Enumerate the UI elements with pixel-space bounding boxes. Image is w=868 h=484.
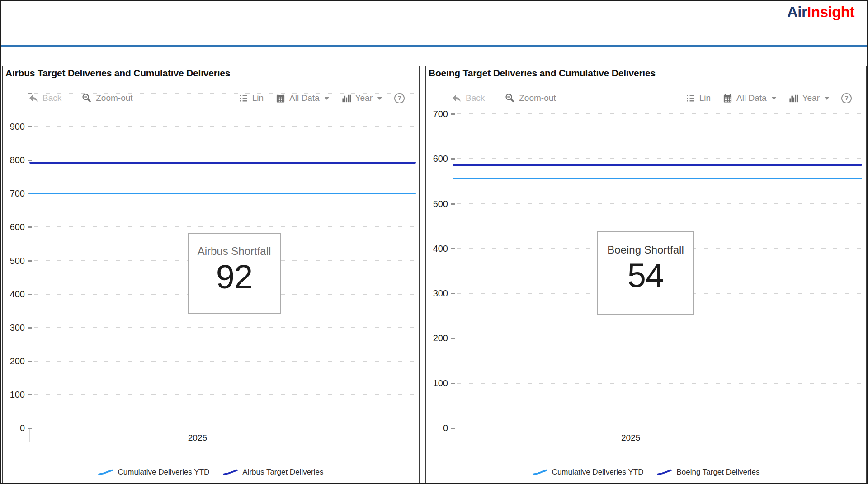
legend-item-cumulative[interactable]: Cumulative Deliveries YTD xyxy=(98,468,209,477)
y-axis-tick xyxy=(451,203,455,205)
boeing-shortfall-value: 54 xyxy=(627,259,664,292)
year-label: Year xyxy=(355,93,373,103)
chevron-down-icon xyxy=(324,97,330,100)
y-axis-tick xyxy=(28,126,32,127)
y-axis-label: 900 xyxy=(2,121,25,132)
gridline xyxy=(457,203,862,204)
airbus-shortfall-box: Airbus Shortfall 92 xyxy=(188,233,281,314)
all-data-label: All Data xyxy=(289,93,320,103)
legend-label-cumulative: Cumulative Deliveries YTD xyxy=(552,468,644,477)
y-axis-label: 0 xyxy=(2,422,25,434)
airbus-chart-title: Airbus Target Deliveries and Cumulative … xyxy=(5,68,230,79)
gridline xyxy=(457,338,862,338)
y-axis-tick xyxy=(451,383,455,384)
zoom-out-button[interactable]: Zoom-out xyxy=(81,93,132,103)
gridline xyxy=(34,394,416,395)
legend-item-target[interactable]: Boeing Target Deliveries xyxy=(657,468,760,477)
gridline xyxy=(34,361,416,362)
legend-item-cumulative[interactable]: Cumulative Deliveries YTD xyxy=(533,468,644,477)
airbus-shortfall-value: 92 xyxy=(216,260,252,294)
back-button[interactable]: Back xyxy=(28,93,61,103)
y-axis-tick xyxy=(28,428,32,429)
y-axis-tick xyxy=(451,428,455,429)
chevron-down-icon xyxy=(377,97,382,100)
y-axis-label: 600 xyxy=(2,221,25,233)
boeing-chart-title: Boeing Target Deliveries and Cumulative … xyxy=(429,68,656,79)
gridline xyxy=(457,158,862,159)
boeing-chart-panel: Boeing Target Deliveries and Cumulative … xyxy=(425,66,867,484)
boeing-shortfall-box: Boeing Shortfall 54 xyxy=(597,231,694,315)
y-axis-tick xyxy=(451,293,455,294)
all-data-label: All Data xyxy=(736,93,767,103)
y-axis-label: 700 xyxy=(2,188,25,199)
y-axis-tick xyxy=(28,294,32,295)
year-interval-dropdown[interactable]: Year xyxy=(788,93,830,103)
chevron-down-icon xyxy=(771,97,777,100)
help-button[interactable]: ? xyxy=(841,93,852,103)
gridline xyxy=(34,226,416,227)
cumulative-deliveries-line xyxy=(453,178,862,179)
airbus-shortfall-label: Airbus Shortfall xyxy=(198,245,271,258)
y-axis-label: 100 xyxy=(2,389,25,400)
y-axis-tick xyxy=(28,160,32,161)
logo: AirInsight xyxy=(787,4,854,21)
back-button[interactable]: Back xyxy=(451,93,485,103)
y-axis-tick xyxy=(451,113,455,115)
y-axis-label: 200 xyxy=(425,332,448,344)
y-axis-label: 800 xyxy=(2,154,25,166)
year-interval-dropdown[interactable]: Year xyxy=(341,93,382,103)
app-window: AirInsight Airbus Target Deliveries and … xyxy=(0,0,868,484)
calendar-icon xyxy=(722,93,733,103)
list-icon xyxy=(685,93,696,103)
target-deliveries-line xyxy=(29,162,416,164)
y-axis-label: 300 xyxy=(2,322,25,334)
back-label: Back xyxy=(42,93,61,103)
y-axis-tick xyxy=(451,248,455,249)
help-button[interactable]: ? xyxy=(394,93,405,103)
cumulative-line-swatch xyxy=(533,469,548,476)
y-axis-label: 200 xyxy=(2,355,25,367)
boeing-legend: Cumulative Deliveries YTD Boeing Target … xyxy=(426,468,866,477)
gridline xyxy=(457,383,862,384)
x-axis-category-label: 2025 xyxy=(177,433,218,443)
y-axis-label: 500 xyxy=(2,255,25,267)
target-deliveries-line xyxy=(453,164,862,166)
x-axis-category-label: 2025 xyxy=(610,433,651,443)
gridline xyxy=(457,113,862,114)
back-arrow-icon xyxy=(28,93,39,103)
x-axis-line xyxy=(453,428,862,428)
all-data-dropdown[interactable]: All Data xyxy=(722,93,777,103)
y-axis-tick xyxy=(28,361,32,362)
bar-chart-icon xyxy=(788,93,799,103)
bar-chart-icon xyxy=(341,93,352,103)
gridline xyxy=(34,126,416,127)
y-axis-label: 600 xyxy=(425,153,448,164)
y-axis-tick xyxy=(28,260,32,262)
cumulative-line-swatch xyxy=(98,469,113,476)
header-divider-line xyxy=(1,45,867,47)
zoom-out-icon xyxy=(505,93,515,103)
target-line-swatch xyxy=(657,469,672,476)
zoom-out-button[interactable]: Zoom-out xyxy=(505,93,556,103)
calendar-icon xyxy=(275,93,286,103)
y-axis-label: 400 xyxy=(425,243,448,254)
target-line-swatch xyxy=(223,469,238,476)
legend-item-target[interactable]: Airbus Target Deliveries xyxy=(223,468,323,477)
legend-label-target: Airbus Target Deliveries xyxy=(242,468,323,477)
year-label: Year xyxy=(802,93,820,103)
y-axis-label: 400 xyxy=(2,288,25,300)
help-icon: ? xyxy=(841,93,852,103)
legend-label-cumulative: Cumulative Deliveries YTD xyxy=(118,468,209,477)
chevron-down-icon xyxy=(824,97,830,100)
linear-scale-button[interactable]: Lin xyxy=(685,93,711,103)
linear-scale-button[interactable]: Lin xyxy=(238,93,264,103)
y-axis-tick xyxy=(28,327,32,329)
x-axis-tick xyxy=(453,428,453,442)
zoom-out-label: Zoom-out xyxy=(96,93,132,103)
logo-insight-text: Insight xyxy=(807,4,854,20)
help-icon: ? xyxy=(394,93,405,103)
all-data-dropdown[interactable]: All Data xyxy=(275,93,330,103)
boeing-shortfall-label: Boeing Shortfall xyxy=(607,244,684,256)
back-label: Back xyxy=(466,93,485,103)
y-axis-label: 100 xyxy=(425,377,448,389)
